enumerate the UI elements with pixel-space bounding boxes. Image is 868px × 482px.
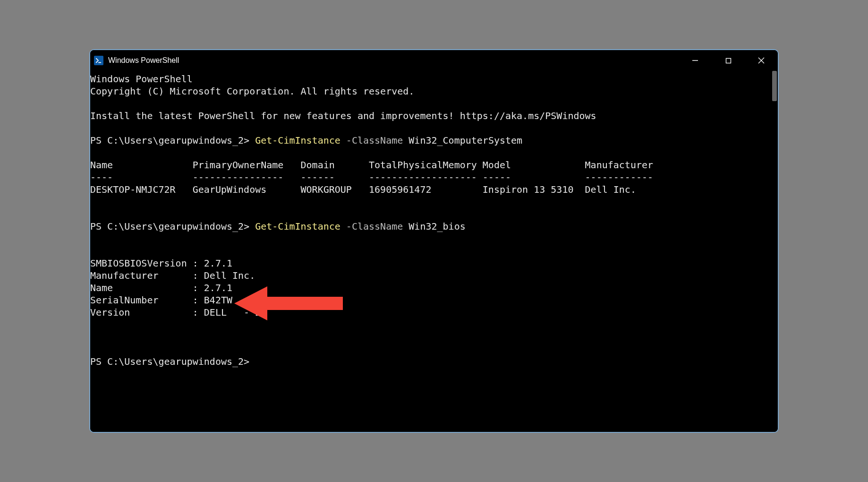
minimize-button[interactable] (679, 50, 712, 71)
titlebar[interactable]: Windows PowerShell (90, 50, 778, 71)
cmdlet: Get-CimInstance (255, 135, 340, 146)
svg-rect-0 (726, 58, 731, 63)
banner-line: Windows PowerShell (90, 73, 193, 85)
banner-line: Copyright (C) Microsoft Corporation. All… (90, 86, 414, 97)
powershell-icon (94, 56, 103, 65)
close-button[interactable] (745, 50, 778, 71)
param: -ClassName (340, 221, 403, 232)
prompt: PS C:\Users\gearupwindows_2> (90, 221, 255, 232)
arg: Win32_ComputerSystem (403, 135, 522, 146)
scrollbar[interactable] (771, 71, 778, 432)
bios-line: Name : 2.7.1 (90, 282, 232, 293)
window-controls (679, 50, 778, 71)
arg: Win32_bios (403, 221, 465, 232)
cmdlet: Get-CimInstance (255, 221, 340, 232)
bios-line-serial: SerialNumber : B42TW (90, 294, 232, 306)
terminal-output[interactable]: Windows PowerShell Copyright (C) Microso… (90, 71, 771, 432)
bios-line: Manufacturer : Dell Inc. (90, 270, 255, 281)
table-header: Name PrimaryOwnerName Domain TotalPhysic… (90, 159, 653, 171)
install-hint: Install the latest PowerShell for new fe… (90, 110, 596, 121)
bios-line: Version : DELL - 2 (90, 307, 261, 318)
powershell-window: Windows PowerShell Windows PowerShell Co… (89, 49, 779, 433)
prompt: PS C:\Users\gearupwindows_2> (90, 135, 255, 146)
window-title: Windows PowerShell (108, 56, 679, 65)
prompt: PS C:\Users\gearupwindows_2> (90, 356, 249, 367)
table-divider: ---- ---------------- ------ -----------… (90, 172, 653, 183)
bios-line: SMBIOSBIOSVersion : 2.7.1 (90, 258, 232, 269)
scrollbar-thumb[interactable] (772, 71, 777, 101)
param: -ClassName (340, 135, 403, 146)
table-row: DESKTOP-NMJC72R GearUpWindows WORKGROUP … (90, 184, 636, 195)
maximize-button[interactable] (712, 50, 745, 71)
